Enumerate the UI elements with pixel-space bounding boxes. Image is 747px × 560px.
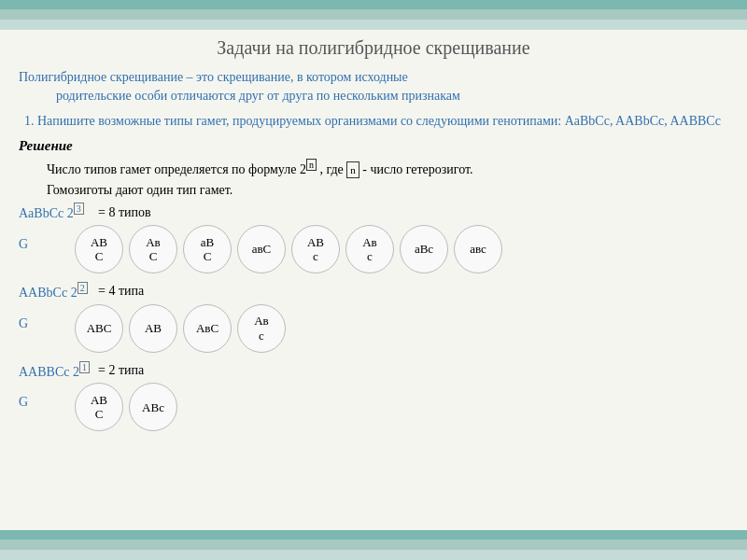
top-decorative-bar <box>0 0 747 30</box>
gamete-2-2: АВ <box>129 304 177 353</box>
section1-equals: = 8 типов <box>98 205 151 220</box>
task-item-1: Напишите возможные типы гамет, продуциру… <box>37 112 728 131</box>
section1-power: 3 <box>74 203 84 215</box>
top-bar-seg-3 <box>299 0 448 30</box>
section1-gametes: АВС АвС аВС авС АВс Авс аВс авс <box>75 225 502 273</box>
gamete-2-1: АВС <box>75 304 123 353</box>
section3-equals: = 2 типа <box>98 363 144 378</box>
section3-power: 1 <box>79 361 90 373</box>
gamete-1-7: аВс <box>400 225 448 273</box>
homo-text: Гомозиготы дают один тип гамет. <box>47 180 728 200</box>
gamete-1-5: АВс <box>291 225 340 273</box>
task-list: Напишите возможные типы гамет, продуциру… <box>37 112 728 131</box>
section2-g-label: G <box>19 316 47 331</box>
section2-power: 2 <box>78 282 88 294</box>
gamete-1-1: АВС <box>75 225 123 273</box>
section3-gametes: АВС АВс <box>75 383 177 431</box>
formula-line: Число типов гамет определяется по формул… <box>47 158 728 179</box>
bottom-decorative-bar <box>0 530 747 560</box>
top-bar-seg-5 <box>598 0 747 30</box>
section1-g-label: G <box>19 237 47 252</box>
section-aabbcc3: AABBCc 21 = 2 типа G АВС АВс <box>19 362 728 436</box>
section1-gametes-row: G АВС АвС аВС авС АВс Авс аВс авс <box>19 223 728 277</box>
top-bar-seg-2 <box>149 0 299 30</box>
gamete-1-2: АвС <box>129 225 177 273</box>
section1-header-row: AaBbCc 23 = 8 типов <box>19 203 728 221</box>
bottom-bar-seg-1 <box>0 530 149 560</box>
top-bar-seg-4 <box>448 0 598 30</box>
gamete-3-2: АВс <box>129 383 177 431</box>
gamete-1-4: авС <box>237 225 286 273</box>
section2-genotype: AABbCc 22 <box>19 283 98 301</box>
section3-g-label: G <box>19 395 47 410</box>
bottom-bar-seg-5 <box>598 530 747 560</box>
formula-superscript: n <box>306 159 317 171</box>
bottom-bar-seg-3 <box>299 530 448 560</box>
section2-gametes-row: G АВС АВ АвС Авс <box>19 302 728 357</box>
section3-header-row: AABBCc 21 = 2 типа <box>19 362 728 380</box>
section2-header-row: AABbCc 22 = 4 типа <box>19 283 728 301</box>
page-title: Задачи на полигибридное скрещивание <box>19 37 728 59</box>
n-box: n <box>346 161 359 179</box>
section2-gametes: АВС АВ АвС Авс <box>75 304 286 353</box>
gamete-1-3: аВС <box>183 225 232 273</box>
main-content: Задачи на полигибридное скрещивание Поли… <box>0 30 747 450</box>
section1-genotype: AaBbCc 23 <box>19 203 98 221</box>
gamete-2-4: Авс <box>237 304 286 353</box>
top-bar-seg-1 <box>0 0 149 30</box>
solution-header: Решение <box>19 138 728 154</box>
gamete-1-8: авс <box>454 225 502 273</box>
section2-equals: = 4 типа <box>98 284 144 299</box>
gamete-2-3: АвС <box>183 304 232 353</box>
gamete-3-1: АВС <box>75 383 123 431</box>
bottom-bar-seg-4 <box>448 530 598 560</box>
section3-genotype: AABBCc 21 <box>19 362 98 380</box>
section-aabbcc: AaBbCc 23 = 8 типов G АВС АвС аВС авС АВ… <box>19 203 728 277</box>
bottom-bar-seg-2 <box>149 530 299 560</box>
definition-text: Полигибридное скрещивание – это скрещива… <box>19 68 728 105</box>
gamete-1-6: Авс <box>345 225 394 273</box>
section-aabbcc2: AABbCc 22 = 4 типа G АВС АВ АвС Авс <box>19 283 728 357</box>
section3-gametes-row: G АВС АВс <box>19 381 728 435</box>
